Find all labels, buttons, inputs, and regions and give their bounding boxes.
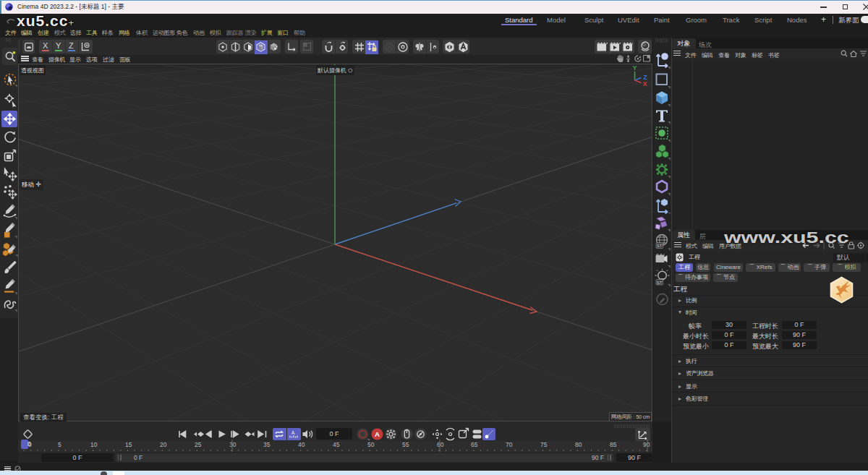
svg-text:X: X bbox=[642, 80, 647, 87]
svg-text:80: 80 bbox=[575, 441, 582, 448]
svg-text:35: 35 bbox=[263, 441, 271, 448]
svg-text:10: 10 bbox=[90, 441, 98, 448]
svg-text:25: 25 bbox=[195, 441, 202, 448]
svg-text:15: 15 bbox=[125, 441, 132, 448]
svg-text:5: 5 bbox=[58, 441, 61, 448]
svg-text:40: 40 bbox=[298, 441, 305, 448]
svg-text:50: 50 bbox=[367, 441, 375, 448]
svg-text:60: 60 bbox=[437, 441, 444, 448]
svg-text:Y: Y bbox=[632, 64, 637, 72]
svg-text:ST: ST bbox=[657, 281, 663, 285]
svg-text:Z: Z bbox=[643, 74, 647, 81]
svg-text:65: 65 bbox=[471, 441, 478, 448]
svg-text:A: A bbox=[375, 430, 380, 438]
svg-text:45: 45 bbox=[333, 441, 340, 448]
svg-text:A: A bbox=[292, 430, 295, 435]
svg-text:85: 85 bbox=[610, 441, 617, 448]
svg-text:20: 20 bbox=[160, 441, 167, 448]
svg-text:70: 70 bbox=[506, 441, 513, 448]
svg-text:ST: ST bbox=[657, 244, 663, 248]
svg-text:75: 75 bbox=[540, 441, 548, 448]
svg-text:30: 30 bbox=[229, 441, 237, 448]
svg-text:55: 55 bbox=[402, 441, 409, 448]
svg-text:90: 90 bbox=[643, 441, 650, 448]
